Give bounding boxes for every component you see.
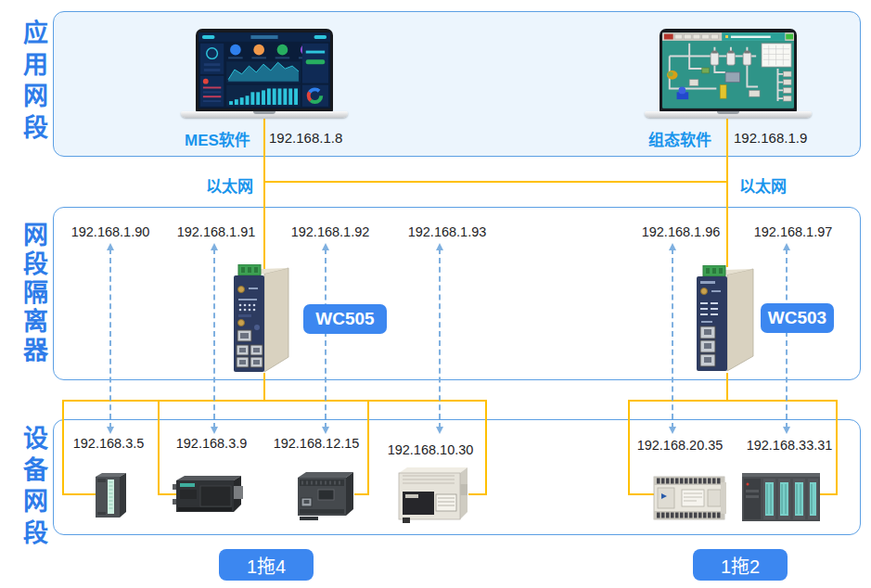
plc-module-image-6 xyxy=(740,469,822,525)
section-label-isolator-segment: 网段隔离器 xyxy=(19,222,47,365)
device-ip-label: 192.168.3.5 xyxy=(58,436,160,451)
nat-mapping-arrow-5 xyxy=(669,243,676,434)
plc-module-image-4 xyxy=(393,464,471,529)
line-wc505-down xyxy=(263,373,265,402)
line-wc503-down xyxy=(726,373,728,402)
scada-software-label: 组态软件 xyxy=(648,127,711,150)
laptop-notch xyxy=(253,111,275,114)
line-drop-device4 xyxy=(485,400,487,495)
line-drop-device3 xyxy=(367,400,369,495)
group-badge-one-to-four: 1拖4 xyxy=(219,549,314,581)
mes-dashboard-image xyxy=(199,32,330,109)
line-scada-to-wc503 xyxy=(726,119,728,267)
wan-ip-label: 192.168.1.91 xyxy=(165,224,267,239)
device-ip-label: 192.168.33.31 xyxy=(738,438,840,453)
nat-mapping-arrow-3 xyxy=(322,243,329,434)
nat-mapping-arrow-6 xyxy=(783,243,790,434)
line-ethernet-bus xyxy=(263,181,728,183)
line-right-device-bus xyxy=(628,400,838,402)
wan-ip-label: 192.168.1.92 xyxy=(279,224,381,239)
mes-ip-label: 192.168.1.8 xyxy=(269,130,362,146)
plc-module-image-2 xyxy=(173,473,245,516)
mes-dashboard-screen xyxy=(196,29,333,112)
nat-mapping-arrow-1 xyxy=(107,243,114,434)
plc-module-image-1 xyxy=(92,471,129,519)
wan-ip-label: 192.168.1.97 xyxy=(742,224,844,239)
scada-hmi-image xyxy=(662,32,794,109)
section-label-device-segment: 设备网段 xyxy=(19,425,47,551)
section-label-application-segment: 应用网段 xyxy=(19,19,47,146)
nat-mapping-arrow-4 xyxy=(436,243,443,434)
scada-hmi-screen xyxy=(660,29,797,112)
device-ip-label: 192.168.3.9 xyxy=(160,436,263,451)
scada-ip-label: 192.168.1.9 xyxy=(734,130,826,146)
ethernet-label-right: 以太网 xyxy=(739,173,787,197)
nat-mapping-arrow-2 xyxy=(211,243,218,434)
plc-module-image-5 xyxy=(650,471,728,525)
line-stub-device4 xyxy=(468,493,487,495)
network-topology-diagram: 应用网段 网段隔离器 设备网段 xyxy=(0,0,871,588)
line-left-device-bus xyxy=(62,400,487,402)
scada-laptop xyxy=(645,29,812,121)
mes-laptop xyxy=(181,29,348,121)
device-ip-label: 192.168.20.35 xyxy=(629,438,731,453)
group-badge-one-to-two: 1拖2 xyxy=(693,549,788,581)
wc503-model-badge: WC503 xyxy=(761,303,834,333)
wc505-gateway-image xyxy=(229,264,294,376)
plc-module-image-3 xyxy=(294,470,357,522)
wan-ip-label: 192.168.1.96 xyxy=(630,224,732,239)
wan-ip-label: 192.168.1.93 xyxy=(396,224,498,239)
wan-ip-label: 192.168.1.90 xyxy=(59,224,161,239)
mes-software-label: MES软件 xyxy=(185,127,250,150)
ethernet-label-left: 以太网 xyxy=(206,173,253,197)
wc503-gateway-image xyxy=(692,265,759,375)
line-mes-to-wc505 xyxy=(263,119,265,269)
wc505-model-badge: WC505 xyxy=(303,304,387,334)
laptop-notch xyxy=(717,111,739,114)
device-ip-label: 192.168.10.30 xyxy=(379,442,481,457)
line-stub-device6 xyxy=(819,493,838,495)
device-ip-label: 192.168.12.15 xyxy=(265,436,367,451)
